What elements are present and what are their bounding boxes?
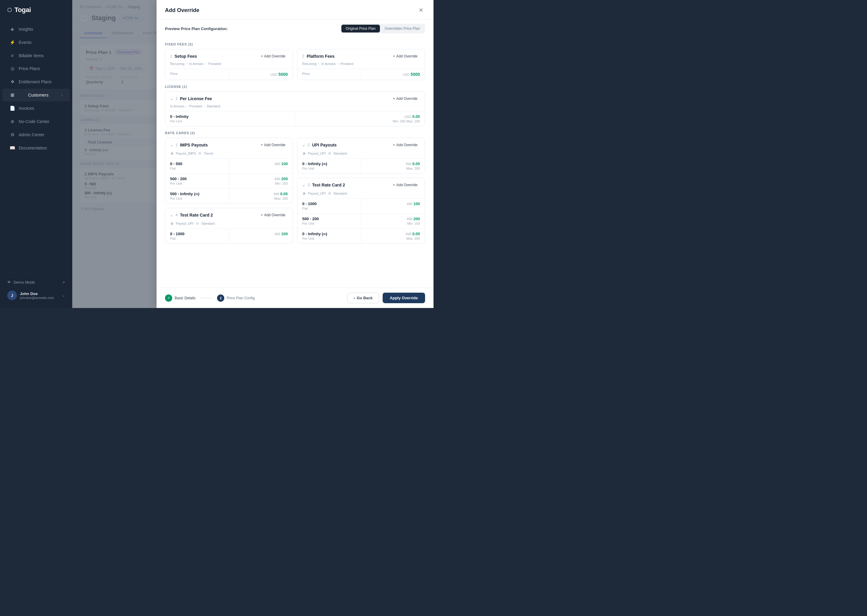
imps-amount-1: INR 100 — [234, 162, 288, 166]
step-1-circle: ✓ — [165, 294, 172, 302]
add-override-label-test-left: Add Override — [264, 213, 285, 217]
platform-fees-meta: Recurring • In Arrears • Prorated — [298, 62, 425, 69]
platform-price-label-cell: Price — [298, 69, 361, 80]
sidebar-item-documentation[interactable]: 📖 Documentation — [2, 141, 70, 154]
upi-title-group: ⌄ 2 UPI Payouts — [302, 143, 337, 148]
demo-mode-toggle[interactable]: 👁 Demo Mode ↗ — [2, 277, 70, 288]
setup-fees-price-label-cell: Price — [165, 69, 229, 80]
no-code-icon: ⊕ — [9, 119, 15, 124]
test-right-tier-2: 500 - 200 Per Unit INR 200 Min: 150 — [298, 213, 425, 228]
fixed-fees-grid: 1 Setup Fees + Add Override Recurring • … — [165, 49, 425, 80]
dot2: • — [205, 62, 207, 66]
imps-type: Tiered — [204, 152, 213, 155]
platform-fees-number: 2 — [302, 54, 304, 58]
upi-tier-1-left: 0 - Infinity (∞) Per Unit — [298, 159, 361, 173]
add-override-label-2: Add Override — [396, 54, 418, 58]
test-right-per-unit-2: Per Unit — [302, 222, 356, 225]
license-fee-meta: In Arrears • Prorated • Standard — [165, 104, 425, 111]
test-card-2-left-title: ⌄ 4 Test Rate Card 2 — [170, 213, 213, 217]
test-left-range-1: 0 - 1000 — [170, 232, 224, 236]
license-tier-left: 0 - Infinity Per Unit — [165, 111, 295, 126]
imps-currency-3: INR — [274, 192, 280, 196]
logo-text: Togai — [14, 6, 31, 14]
upi-add-override[interactable]: + Add Override — [391, 141, 420, 148]
setup-fees-header: 1 Setup Fees + Add Override — [165, 49, 293, 62]
license-chevron-icon[interactable]: ⌄ — [170, 97, 173, 101]
platform-fees-card: 2 Platform Fees + Add Override Recurring… — [297, 49, 425, 80]
documentation-icon: 📖 — [9, 145, 15, 151]
platform-currency: USD — [403, 73, 411, 76]
test-card-add-override-left[interactable]: + Add Override — [258, 212, 288, 218]
imps-tier-1-left: 0 - 500 Flat — [165, 159, 229, 173]
imps-per-unit-3: Per Unit — [170, 197, 224, 200]
upi-tier-1-right: INR 0.05 Max: 200 — [361, 159, 425, 173]
test-card-number-left: 4 — [175, 213, 178, 217]
imps-title-group: ⌄ 1 IMPS Payouts — [170, 143, 208, 148]
sidebar-item-label-entitlement: Entitlement Plans — [19, 79, 52, 84]
setup-in-arrears: In Arrears — [189, 62, 204, 66]
test-right-range-1: 0 - 1000 — [302, 201, 356, 206]
go-back-button[interactable]: ‹ Go Back — [347, 293, 379, 303]
sidebar-item-price-plans[interactable]: ◎ Price Plans — [2, 62, 70, 75]
sidebar-item-customers[interactable]: ⊞ Customers › — [2, 89, 70, 101]
upi-tier-1-row: 0 - Infinity (∞) Per Unit INR 0.05 Max: … — [298, 158, 425, 173]
overridden-price-plan-toggle[interactable]: Overridden Price Plan — [380, 25, 424, 33]
upi-chevron-icon[interactable]: ⌄ — [302, 143, 305, 147]
sidebar-item-label-insights: Insights — [19, 27, 33, 31]
test-card-add-override-right[interactable]: + Add Override — [391, 182, 420, 188]
sidebar-item-label-price-plans: Price Plans — [19, 66, 40, 71]
sidebar-item-no-code[interactable]: ⊕ No-Code Center — [2, 115, 70, 128]
setup-fees-add-override[interactable]: + Add Override — [258, 53, 288, 60]
imps-max-3: Max: 200 — [234, 197, 288, 200]
upi-source: Payout_UPI — [308, 152, 326, 155]
upi-type-icon: ◎ — [328, 151, 331, 155]
user-chevron-icon: ⌄ — [62, 293, 65, 297]
logo: ⬡ Togai — [0, 0, 72, 20]
sidebar-item-label-billable: Billable Items — [19, 53, 44, 58]
apply-override-button[interactable]: Apply Override — [383, 293, 425, 303]
license-tier-row: 0 - Infinity Per Unit USD 0.05 Min: 300 … — [165, 111, 425, 126]
platform-fees-add-override[interactable]: + Add Override — [391, 53, 420, 60]
platform-fees-header: 2 Platform Fees + Add Override — [298, 49, 425, 62]
test-right-currency-1: INR — [407, 202, 413, 206]
imps-add-override[interactable]: + Add Override — [258, 141, 288, 148]
test-right-tier-1-left: 0 - 1000 Flat — [298, 198, 361, 213]
sidebar-item-billable-items[interactable]: ≡ Billable Items — [2, 49, 70, 62]
sidebar-item-events[interactable]: ⚡ Events — [2, 36, 70, 49]
imps-chevron-icon[interactable]: ⌄ — [170, 143, 173, 147]
setup-fees-meta: Recurring • In Arrears • Prorated — [165, 62, 293, 69]
sidebar-item-label-invoices: Invoices — [19, 106, 34, 111]
imps-range-3: 500 - Infinity (∞) — [170, 192, 224, 196]
license-range: 0 - Infinity — [170, 114, 290, 119]
imps-flat-1: Flat — [170, 167, 224, 170]
close-button[interactable]: ✕ — [417, 6, 425, 14]
step-2: 2 Price Plan Config — [217, 294, 255, 302]
billable-items-icon: ≡ — [9, 53, 15, 58]
step-2-circle: 2 — [217, 294, 224, 302]
sidebar-item-entitlement-plans[interactable]: ❖ Entitlement Plans — [2, 75, 70, 88]
setup-prorated: Prorated — [208, 62, 221, 66]
test-card-name-right: Test Rate Card 2 — [312, 182, 345, 187]
license-fee-card: ⌄ 1 Per License Fee + Add Override In Ar… — [165, 91, 425, 126]
imps-currency-1: INR — [274, 162, 281, 166]
sidebar-item-label-docs: Documentation — [19, 146, 47, 150]
license-heading: LICENSE (1) — [165, 85, 425, 88]
test-right-amount-2: INR 200 — [366, 217, 420, 221]
user-section[interactable]: J John Doe johndoe@acmedo.com ⌄ — [2, 288, 70, 303]
avatar: J — [7, 291, 17, 300]
setup-recurring: Recurring — [170, 62, 184, 66]
setup-fees-amount: USD 5000 — [271, 72, 288, 77]
test-card-chevron-left[interactable]: ⌄ — [170, 213, 173, 217]
test-card-chevron-right[interactable]: ⌄ — [302, 183, 305, 187]
sidebar-item-invoices[interactable]: 📄 Invoices — [2, 102, 70, 115]
back-arrow-icon: ‹ — [354, 295, 355, 300]
original-price-plan-toggle[interactable]: Original Price Plan — [341, 25, 380, 33]
step-1-label: Basic Details — [175, 296, 195, 300]
sidebar-item-insights[interactable]: ◈ Insights — [2, 23, 70, 36]
license-add-override[interactable]: + Add Override — [391, 95, 420, 102]
imps-header: ⌄ 1 IMPS Payouts + Add Override — [165, 138, 293, 151]
imps-range-1: 0 - 500 — [170, 162, 224, 166]
sidebar-item-admin[interactable]: ⚙ Admin Center — [2, 129, 70, 141]
imps-tier-2-left: 500 - 200 Per Unit — [165, 174, 229, 188]
setup-fees-price-value-cell: USD 5000 — [229, 69, 293, 80]
